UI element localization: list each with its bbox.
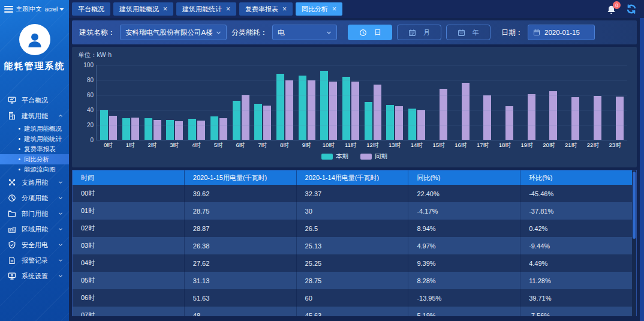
chevron-down-icon — [58, 242, 63, 247]
sidebar-menu: 平台概况建筑用能建筑用能概况建筑用能统计复费率报表同比分析能源流向图支路用能分项… — [0, 92, 69, 284]
table-row[interactable]: 07时4845.635.19%-7.56% — [73, 307, 632, 316]
topbar-tab[interactable]: 复费率报表× — [239, 2, 293, 16]
legend-swatch — [321, 154, 333, 160]
bar-group — [340, 65, 362, 140]
bar-本期[interactable] — [122, 118, 130, 140]
table-cell: 0.42% — [520, 220, 632, 237]
sidebar-item-label: 平台概况 — [22, 96, 48, 105]
bar-同期[interactable] — [351, 82, 359, 140]
table-header-cell: 环比(%) — [520, 170, 632, 185]
bar-group — [384, 65, 406, 140]
bar-本期[interactable] — [210, 116, 218, 140]
sidebar-item[interactable]: 分项用能 — [0, 190, 69, 206]
bar-同期[interactable] — [374, 85, 381, 140]
bar-同期[interactable] — [242, 95, 249, 140]
table-cell: 28.75 — [185, 202, 297, 220]
bar-同期[interactable] — [571, 97, 579, 140]
bar-同期[interactable] — [395, 106, 403, 140]
bar-group — [252, 65, 274, 140]
bar-本期[interactable] — [299, 76, 306, 140]
topbar-tab[interactable]: 同比分析× — [296, 2, 342, 16]
bar-同期[interactable] — [154, 120, 161, 140]
close-icon[interactable]: × — [226, 5, 230, 13]
table-row[interactable]: 04时27.6225.259.39%4.49% — [73, 254, 632, 272]
bar-本期[interactable] — [276, 74, 284, 140]
bar-同期[interactable] — [131, 118, 139, 140]
close-icon[interactable]: × — [332, 5, 336, 13]
locale-switcher[interactable]: 主题|中文 — [16, 5, 42, 13]
table-header-cell: 时间 — [73, 170, 185, 185]
bar-同期[interactable] — [109, 116, 117, 140]
legend-item[interactable]: 同期 — [360, 152, 387, 161]
table-cell: 4.97% — [408, 237, 520, 254]
sidebar-item[interactable]: 安全用电 — [0, 237, 69, 253]
sidebar-item[interactable]: 区域用能 — [0, 221, 69, 237]
sidebar-item[interactable]: 系统设置 — [0, 268, 69, 284]
sidebar-subitem[interactable]: 同比分析 — [0, 154, 69, 164]
chart-gridline — [97, 95, 627, 95]
period-button-year[interactable]: 年 — [446, 25, 490, 40]
bar-同期[interactable] — [197, 121, 205, 140]
bar-同期[interactable] — [483, 95, 491, 140]
bar-同期[interactable] — [263, 106, 271, 140]
energy-type-select[interactable]: 电 — [272, 25, 337, 40]
sidebar-subitem[interactable]: 复费率报表 — [0, 144, 69, 154]
bar-同期[interactable] — [175, 121, 183, 140]
bar-同期[interactable] — [505, 106, 513, 140]
sidebar-subitem[interactable]: 能源流向图 — [0, 164, 69, 175]
bar-本期[interactable] — [188, 119, 196, 140]
table-row[interactable]: 01时28.7530-4.17%-37.81% — [73, 202, 632, 220]
hamburger-menu-icon[interactable] — [4, 6, 13, 13]
building-select[interactable]: 安科瑞电气股份有限公司A楼 — [120, 25, 227, 40]
sidebar-item[interactable]: 支路用能 — [0, 175, 69, 190]
sidebar-item[interactable]: 平台概况 — [0, 92, 69, 108]
bar-同期[interactable] — [549, 91, 557, 140]
period-button-day[interactable]: 日 — [348, 25, 392, 40]
bar-本期[interactable] — [233, 101, 240, 140]
bar-同期[interactable] — [528, 94, 535, 140]
table-cell: -7.56% — [520, 307, 632, 316]
topbar-tab[interactable]: 建筑用能概况× — [113, 2, 173, 16]
sidebar-item[interactable]: 部门用能 — [0, 206, 69, 221]
bar-本期[interactable] — [166, 120, 174, 140]
bar-同期[interactable] — [594, 96, 601, 140]
close-icon[interactable]: × — [163, 5, 167, 13]
alarm-record-icon — [8, 256, 16, 265]
notification-bell-icon[interactable]: 0 — [606, 4, 616, 14]
y-axis-tick-label: 80 — [87, 77, 94, 83]
bar-同期[interactable] — [219, 118, 227, 140]
date-input[interactable]: 2020-01-15 — [528, 25, 595, 40]
table-row[interactable]: 05时31.1328.758.28%11.28% — [73, 272, 632, 289]
sidebar-subitem[interactable]: 建筑用能概况 — [0, 124, 69, 134]
sidebar-item[interactable]: 建筑用能 — [0, 108, 69, 124]
sidebar-item[interactable]: 报警记录 — [0, 253, 69, 268]
table-cell: 01时 — [73, 202, 185, 220]
period-button-month[interactable]: 月 — [397, 25, 441, 40]
bar-本期[interactable] — [342, 77, 350, 140]
bar-本期[interactable] — [320, 71, 328, 140]
topbar-tab[interactable]: 平台概况 — [72, 2, 110, 16]
table-row[interactable]: 02时28.8726.58.94%0.42% — [73, 220, 632, 237]
user-menu[interactable]: acrel — [45, 6, 65, 13]
bar-本期[interactable] — [365, 102, 372, 140]
refresh-icon[interactable] — [626, 4, 637, 14]
table-row[interactable]: 03时26.3825.134.97%-9.44% — [73, 237, 632, 254]
bar-本期[interactable] — [145, 118, 152, 140]
bar-同期[interactable] — [329, 82, 337, 140]
x-axis-tick-label: 6时 — [230, 142, 252, 149]
bar-同期[interactable] — [616, 97, 624, 140]
bar-同期[interactable] — [462, 83, 470, 140]
bar-本期[interactable] — [254, 104, 262, 140]
topbar-tab[interactable]: 建筑用能统计× — [176, 2, 236, 16]
close-icon[interactable]: × — [282, 5, 287, 13]
table-row[interactable]: 00时39.6232.3722.40%-45.46% — [73, 185, 632, 202]
table-row[interactable]: 06时51.6360-13.95%39.71% — [73, 289, 632, 307]
sidebar-subitem[interactable]: 建筑用能统计 — [0, 134, 69, 144]
legend-item[interactable]: 本期 — [321, 152, 348, 161]
sidebar-item-label: 支路用能 — [22, 178, 48, 187]
table-scrollbar-thumb[interactable] — [633, 172, 636, 239]
sidebar-item-label: 区域用能 — [22, 225, 48, 234]
bar-同期[interactable] — [440, 89, 447, 140]
app-root: 主题|中文 acrel 能耗管理系统 平台概况建筑用能建筑用能概况建筑用能统计复… — [0, 0, 644, 321]
x-axis-tick-label: 17时 — [472, 142, 494, 149]
